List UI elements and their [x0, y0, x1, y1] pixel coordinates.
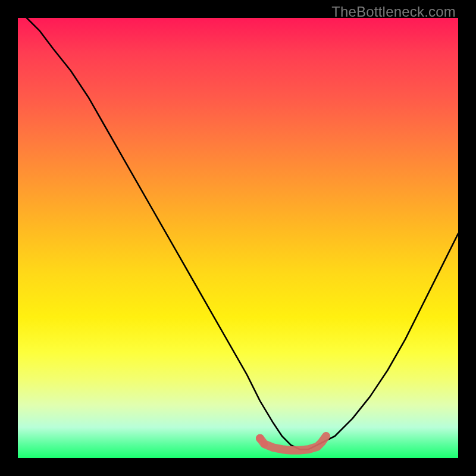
- chart-container: TheBottleneck.com: [0, 0, 476, 476]
- plot-area: [18, 18, 458, 458]
- valley-marker-line: [260, 436, 326, 450]
- chart-svg: [18, 18, 458, 458]
- valley-dot: [261, 440, 268, 447]
- bottleneck-curve-line: [27, 18, 458, 449]
